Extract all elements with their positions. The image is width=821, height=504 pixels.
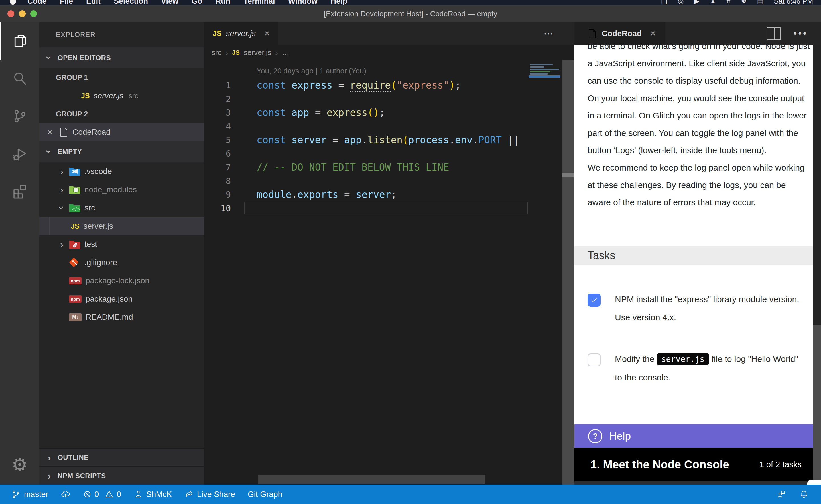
explorer-icon[interactable] xyxy=(0,22,39,60)
checkbox-checked-icon[interactable] xyxy=(587,294,600,307)
menu-file[interactable]: File xyxy=(60,0,73,5)
npm-icon: npm xyxy=(69,295,81,303)
chevron-right-icon: › xyxy=(57,185,67,194)
coderoad-webview: be able to check what's going on in your… xyxy=(574,45,821,485)
npm-scripts-section-header[interactable]: › NPM SCRIPTS xyxy=(39,466,204,485)
code-editor[interactable]: You, 20 days ago | 1 author (You) 1const… xyxy=(204,60,562,485)
sync-status[interactable] xyxy=(61,490,70,499)
menu-selection[interactable]: Selection xyxy=(114,0,148,5)
node-modules-folder-icon xyxy=(69,185,80,194)
open-editor-coderoad[interactable]: × CodeRoad xyxy=(39,123,204,141)
open-editor-serverjs[interactable]: JS server.js src xyxy=(39,87,204,105)
lesson-footer[interactable]: 1. Meet the Node Console 1 of 2 tasks xyxy=(574,448,813,481)
macos-menu-bar: Code File Edit Selection View Go Run Ter… xyxy=(0,0,821,5)
branch-icon xyxy=(11,490,21,499)
tab-serverjs[interactable]: JS server.js × xyxy=(204,22,278,45)
menu-run[interactable]: Run xyxy=(216,0,230,5)
current-line: 10 xyxy=(204,201,562,215)
menu-edit[interactable]: Edit xyxy=(86,0,101,5)
open-editors-header[interactable]: › OPEN EDITORS xyxy=(39,47,204,68)
menu-window[interactable]: Window xyxy=(288,0,318,5)
checkbox-unchecked-icon[interactable] xyxy=(587,353,600,366)
project-section-header[interactable]: › EMPTY xyxy=(39,141,204,162)
git-branch-status[interactable]: master xyxy=(11,490,48,499)
tree-item-package-lock[interactable]: npm package-lock.json xyxy=(39,272,204,290)
source-control-icon[interactable] xyxy=(0,97,39,135)
task-item-modify-server: Modify the server.js file to log "Hello … xyxy=(587,350,803,387)
webview-scrollbar[interactable] xyxy=(813,45,821,485)
split-editor-icon[interactable] xyxy=(767,27,781,40)
user-status[interactable]: ShMcK xyxy=(134,490,172,499)
scrollbar-thumb[interactable] xyxy=(813,325,821,485)
breadcrumb-file[interactable]: server.js xyxy=(244,48,271,57)
menu-code[interactable]: Code xyxy=(27,0,47,5)
breadcrumb[interactable]: src › JS server.js › … xyxy=(204,45,562,60)
open-editors-group2-label: GROUP 2 xyxy=(39,105,204,123)
lesson-paragraph: be able to check what's going on in your… xyxy=(574,45,813,211)
problems-status[interactable]: 0 0 xyxy=(83,490,121,499)
close-tab-icon[interactable]: × xyxy=(264,28,270,39)
tree-item-src[interactable]: › </> src xyxy=(39,199,204,217)
menubar-status-icon[interactable]: ⌗ xyxy=(727,0,731,5)
close-tab-icon[interactable]: × xyxy=(650,28,656,39)
panel-more-icon[interactable]: ••• xyxy=(793,28,808,39)
js-file-icon: JS xyxy=(81,92,90,100)
breadcrumb-src[interactable]: src xyxy=(212,48,222,57)
chevron-down-icon: › xyxy=(44,53,54,63)
live-share-status[interactable]: Live Share xyxy=(184,490,235,499)
apple-logo-icon[interactable] xyxy=(10,0,16,5)
horizontal-scrollbar[interactable] xyxy=(258,475,485,484)
menu-help[interactable]: Help xyxy=(331,0,348,5)
tree-item-readme[interactable]: M↓ README.md xyxy=(39,308,204,326)
tree-item-package-json[interactable]: npm package.json xyxy=(39,290,204,308)
extensions-icon[interactable] xyxy=(0,173,39,210)
outline-section-header[interactable]: › OUTLINE xyxy=(39,448,204,466)
help-bar[interactable]: ? Help xyxy=(574,424,813,448)
chevron-right-icon: › xyxy=(44,453,54,462)
feedback-status[interactable] xyxy=(777,490,786,499)
file-icon xyxy=(587,28,596,39)
git-graph-status[interactable]: Git Graph xyxy=(248,490,282,499)
tree-item-vscode[interactable]: › .vscode xyxy=(39,162,204,181)
menubar-status-icon[interactable]: ❖ xyxy=(741,0,747,5)
webview-bottom-strip xyxy=(574,481,813,485)
src-folder-icon: </> xyxy=(69,203,80,213)
notifications-status[interactable] xyxy=(799,490,808,499)
chevron-right-icon: › xyxy=(275,48,278,57)
editor-actions-more-icon[interactable]: ⋯ xyxy=(544,22,554,45)
menubar-status-icon[interactable]: ▶ xyxy=(694,0,699,5)
menubar-status-icon[interactable]: ▲ xyxy=(710,0,716,5)
settings-gear-icon[interactable]: ⚙ xyxy=(0,445,39,485)
tree-item-gitignore[interactable]: .gitignore xyxy=(39,253,204,272)
run-debug-icon[interactable] xyxy=(0,135,39,173)
close-icon[interactable]: × xyxy=(45,127,55,137)
menubar-status-icon[interactable]: ▢ xyxy=(661,0,668,5)
help-question-icon: ? xyxy=(588,429,602,443)
panel-scrollbar-strip[interactable] xyxy=(562,22,574,485)
search-icon[interactable] xyxy=(0,60,39,97)
status-bar: master 0 0 ShMcK Live Share Git Graph xyxy=(0,485,821,504)
tree-item-test[interactable]: › test xyxy=(39,235,204,253)
menubar-status-icon[interactable]: ▤ xyxy=(757,0,764,5)
js-file-icon: JS xyxy=(213,29,222,38)
tree-item-node-modules[interactable]: › node_modules xyxy=(39,181,204,199)
menu-go[interactable]: Go xyxy=(191,0,202,5)
tab-coderoad[interactable]: CodeRoad × xyxy=(574,22,665,45)
menu-view[interactable]: View xyxy=(161,0,178,5)
open-editors-group1-label: GROUP 1 xyxy=(39,68,204,87)
js-file-icon: JS xyxy=(71,222,79,230)
inline-code-chip: server.js xyxy=(657,353,709,365)
sidebar-title: EXPLORER xyxy=(39,22,204,47)
scrollbar-thumb[interactable] xyxy=(562,173,574,177)
minimap[interactable] xyxy=(529,60,561,485)
menubar-clock[interactable]: Sat 6:46 PM xyxy=(774,0,813,5)
activity-bar: ⚙ xyxy=(0,22,39,485)
menu-terminal[interactable]: Terminal xyxy=(244,0,275,5)
menubar-status-icon[interactable]: ◎ xyxy=(678,0,684,5)
tasks-section-header: Tasks xyxy=(574,246,813,265)
tree-item-serverjs[interactable]: JS server.js xyxy=(39,217,204,235)
breadcrumb-symbol[interactable]: … xyxy=(282,48,289,57)
coderoad-panel: CodeRoad × ••• be able to check what's g… xyxy=(574,22,821,485)
feedback-icon xyxy=(777,490,786,499)
chevron-down-icon: › xyxy=(57,203,67,213)
